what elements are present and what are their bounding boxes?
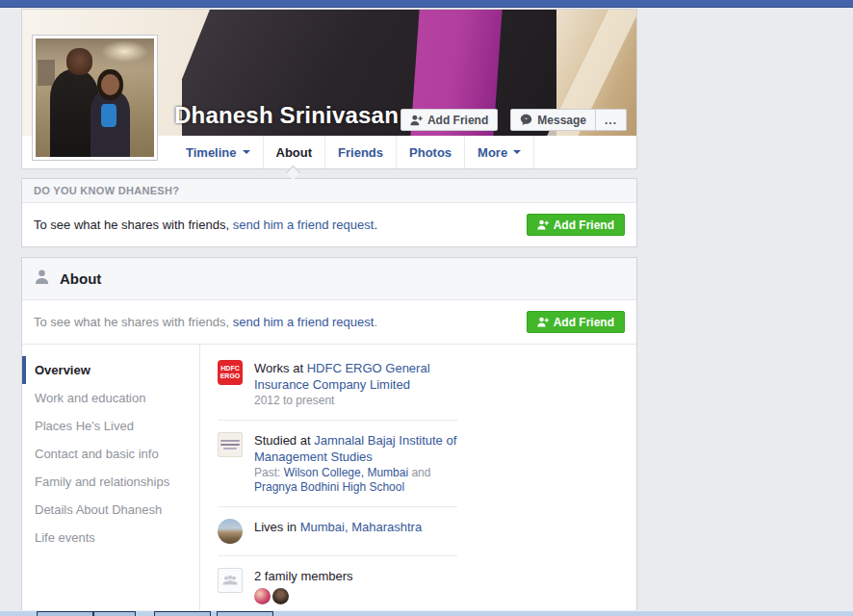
city-link[interactable]: Mumbai, Maharashtra <box>300 520 422 534</box>
about-sidebar: Overview Work and education Places He's … <box>22 345 200 612</box>
taskbar-button[interactable] <box>93 611 136 616</box>
do-you-know-card: DO YOU KNOW DHANESH? To see what he shar… <box>21 178 637 247</box>
hdfc-ergo-logo[interactable]: HDFC ERGO <box>218 360 243 385</box>
about-title: About <box>60 270 101 287</box>
chevron-down-icon <box>243 150 250 154</box>
tab-friends-label: Friends <box>338 145 383 160</box>
education-prefix: Studied at <box>254 433 314 448</box>
photo-woman-head <box>101 74 120 95</box>
message-label: Message <box>537 114 586 127</box>
city-entry-text: Lives in Mumbai, Maharashtra <box>254 519 457 544</box>
message-button[interactable]: Message <box>510 109 596 131</box>
cover-card: Dhanesh Srinivasan Add Friend <box>21 9 637 169</box>
past-school-link-2[interactable]: Pragnya Bodhini High School <box>254 480 404 494</box>
profile-page-column: Dhanesh Srinivasan Add Friend <box>21 9 637 612</box>
friend-request-period: . <box>374 218 377 232</box>
friend-request-text: To see what he shares with friends, <box>34 218 233 232</box>
photo-wall-art <box>38 60 54 86</box>
work-entry: HDFC ERGO Works at HDFC ERGO General Ins… <box>218 348 457 421</box>
family-entry: 2 family members <box>218 556 457 612</box>
add-friend-green-label: Add Friend <box>554 316 614 329</box>
family-entry-text: 2 family members <box>254 568 457 604</box>
about-section-header: About <box>22 258 636 300</box>
city-prefix: Lives in <box>254 520 300 534</box>
profile-name[interactable]: Dhanesh Srinivasan <box>174 102 399 129</box>
education-entry-text: Studied at Jamnalal Bajaj Institute of M… <box>254 432 457 495</box>
sidebar-item-life-events[interactable]: Life events <box>22 524 199 552</box>
add-friend-button[interactable]: Add Friend <box>401 109 498 131</box>
about-overview-content: HDFC ERGO Works at HDFC ERGO General Ins… <box>200 345 636 612</box>
tab-photos-label: Photos <box>409 145 452 160</box>
facebook-top-bar <box>0 0 853 8</box>
taskbar-button[interactable] <box>217 611 273 616</box>
message-icon <box>520 114 532 126</box>
family-member-avatar[interactable] <box>272 588 289 604</box>
about-friend-request-period: . <box>374 315 377 329</box>
family-member-avatar[interactable] <box>254 588 271 604</box>
send-friend-request-link[interactable]: send him a friend request <box>233 218 375 232</box>
cover-action-buttons: Add Friend Message ... <box>401 109 627 131</box>
sidebar-item-places-lived[interactable]: Places He's Lived <box>22 412 199 440</box>
photo-light <box>101 40 148 62</box>
person-silhouette-icon <box>34 269 50 289</box>
about-card: About To see what he shares with friends… <box>21 257 637 612</box>
person-add-icon <box>537 219 549 230</box>
add-friend-label: Add Friend <box>427 114 488 127</box>
taskbar-button[interactable] <box>154 611 211 616</box>
friend-request-message: To see what he shares with friends, send… <box>34 218 377 232</box>
tab-timeline[interactable]: Timeline <box>173 136 263 168</box>
education-entry: Studied at Jamnalal Bajaj Institute of M… <box>218 421 457 507</box>
city-photo-icon[interactable] <box>218 519 243 544</box>
photo-woman-top <box>101 104 116 128</box>
tab-friends[interactable]: Friends <box>324 136 396 168</box>
work-entry-text: Works at HDFC ERGO General Insurance Com… <box>254 360 457 408</box>
send-friend-request-link[interactable]: send him a friend request <box>233 315 375 329</box>
past-school-link-1[interactable]: Wilson College, Mumbai <box>284 466 408 479</box>
about-friend-request-message: To see what he shares with friends, send… <box>34 315 377 329</box>
profile-picture[interactable] <box>32 35 158 161</box>
education-past-prefix: Past: <box>254 466 284 479</box>
tab-about[interactable]: About <box>263 136 325 168</box>
tab-photos[interactable]: Photos <box>396 136 464 168</box>
sidebar-item-details-about[interactable]: Details About Dhanesh <box>22 496 199 524</box>
about-friend-request-text: To see what he shares with friends, <box>34 315 233 329</box>
hdfc-logo-line1: HDFC <box>218 365 243 372</box>
family-avatars <box>254 588 457 604</box>
do-you-know-header: DO YOU KNOW DHANESH? <box>22 179 636 203</box>
photo-man-head <box>66 48 92 75</box>
tab-more-label: More <box>478 145 507 160</box>
city-entry: Lives in Mumbai, Maharashtra <box>218 507 457 556</box>
tab-about-label: About <box>276 145 313 160</box>
profile-picture-photo <box>36 38 154 157</box>
work-prefix: Works at <box>254 361 307 375</box>
about-body: Overview Work and education Places He's … <box>22 345 636 612</box>
sidebar-item-work-education[interactable]: Work and education <box>22 384 199 412</box>
windows-taskbar-sliver <box>0 610 853 616</box>
friend-request-row: To see what he shares with friends, send… <box>22 203 636 246</box>
sidebar-item-family-relationships[interactable]: Family and relationships <box>22 468 199 496</box>
education-past: Past: Wilson College, Mumbai and Pragnya… <box>254 466 457 495</box>
taskbar-button[interactable] <box>37 611 93 616</box>
education-past-mid: and <box>408 466 430 479</box>
more-options-button[interactable]: ... <box>596 109 627 131</box>
sidebar-item-overview[interactable]: Overview <box>22 356 199 384</box>
add-friend-green-label: Add Friend <box>554 218 614 232</box>
hdfc-logo-line2: ERGO <box>218 372 243 380</box>
sidebar-item-contact-basic-info[interactable]: Contact and basic info <box>22 440 199 468</box>
person-add-icon <box>537 317 549 327</box>
ellipsis-icon: ... <box>605 116 617 125</box>
tab-timeline-label: Timeline <box>186 145 237 160</box>
tab-more[interactable]: More <box>464 136 534 168</box>
work-period: 2012 to present <box>254 394 457 408</box>
family-icon <box>218 568 243 593</box>
add-friend-button-green[interactable]: Add Friend <box>527 311 625 333</box>
chevron-down-icon <box>513 150 521 154</box>
person-add-icon <box>410 115 423 126</box>
about-friend-request-row: To see what he shares with friends, send… <box>22 300 636 345</box>
family-members-label: 2 family members <box>254 569 353 583</box>
jamnalal-bajaj-logo[interactable] <box>218 432 243 457</box>
add-friend-button-green[interactable]: Add Friend <box>527 214 625 236</box>
